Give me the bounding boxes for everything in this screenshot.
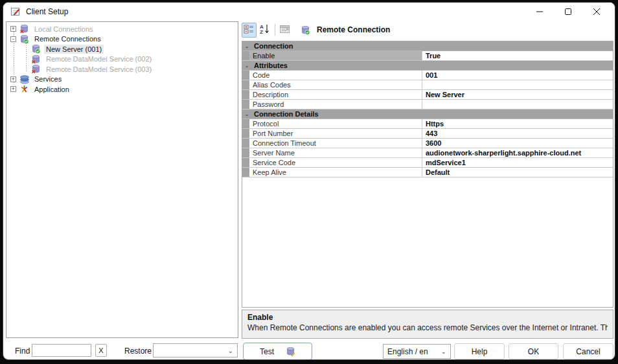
category-row-connection[interactable]: ⌄Connection (242, 41, 613, 51)
app-icon (10, 6, 21, 17)
description-title: Enable (247, 313, 608, 322)
titlebar: Client Setup (3, 3, 615, 21)
category-indent-strip (242, 51, 249, 60)
svg-text:Z: Z (260, 29, 263, 34)
cancel-button[interactable]: Cancel (563, 343, 613, 359)
restore-label: Restore (124, 347, 152, 356)
category-name: Connection Details (251, 110, 319, 118)
tree-item-remote-datamodel-service-002[interactable]: Remote DataModel Service (002) (6, 54, 238, 65)
client-setup-window: Client Setup +Local Connections-Remote C… (3, 2, 615, 360)
tree-item-remote-connections[interactable]: -Remote Connections (6, 34, 238, 45)
property-label[interactable]: Service Code (249, 158, 422, 167)
property-row-password[interactable]: Password (242, 100, 613, 109)
property-label[interactable]: Connection Timeout (249, 139, 422, 148)
tree-item-label: Application (32, 85, 71, 94)
selected-object-name: Remote Connection (317, 25, 390, 34)
property-value[interactable]: 3600 (422, 139, 613, 148)
maximize-button[interactable] (554, 3, 582, 21)
property-label[interactable]: Code (249, 71, 422, 80)
property-row-enable[interactable]: EnableTrue (242, 51, 613, 61)
sort-alphabetical-button[interactable]: AZ (257, 23, 272, 38)
category-indent-strip (242, 158, 249, 167)
tree-item-local-connections[interactable]: +Local Connections (6, 24, 238, 34)
find-input[interactable] (32, 344, 91, 357)
property-label[interactable]: Server Name (249, 148, 422, 157)
expand-icon[interactable]: + (10, 26, 16, 32)
property-grid: ⌄ConnectionEnableTrue⌄AttributesCode001A… (242, 41, 613, 308)
property-row-description[interactable]: DescriptionNew Server (242, 90, 613, 100)
categorized-icon (244, 24, 255, 36)
restore-dropdown[interactable]: ⌄ (153, 343, 238, 358)
category-row-attributes[interactable]: ⌄Attributes (242, 61, 613, 71)
expand-icon[interactable]: + (10, 86, 16, 92)
expand-icon[interactable]: + (10, 76, 16, 82)
tree-item-remote-datamodel-service-003[interactable]: Remote DataModel Service (003) (6, 64, 238, 74)
remote-connection-icon (301, 25, 310, 35)
property-value[interactable]: New Server (422, 90, 613, 99)
tree-item-label: Remote DataModel Service (003) (44, 65, 154, 74)
property-grid-toolbar: AZ Remote Connection (242, 21, 613, 39)
property-row-protocol[interactable]: ProtocolHttps (242, 119, 613, 129)
tree-item-label: New Server (001) (44, 45, 104, 54)
property-row-service-code[interactable]: Service CodemdService1 (242, 158, 613, 168)
close-button[interactable] (582, 3, 611, 21)
property-label[interactable]: Protocol (249, 119, 422, 128)
collapse-category-icon[interactable]: ⌄ (242, 110, 251, 119)
minimize-button[interactable] (525, 3, 554, 21)
language-value: English / en (387, 347, 428, 356)
property-value[interactable]: mdService1 (422, 158, 613, 167)
az-sort-icon: AZ (259, 24, 270, 36)
property-label[interactable]: Port Number (249, 129, 422, 138)
property-label[interactable]: Alias Codes (249, 80, 422, 89)
category-indent-strip (242, 90, 249, 99)
property-row-connection-timeout[interactable]: Connection Timeout3600 (242, 139, 613, 148)
property-value[interactable] (422, 80, 613, 89)
category-indent-strip (242, 80, 249, 89)
property-row-alias-codes[interactable]: Alias Codes (242, 80, 613, 90)
application-icon (19, 84, 29, 94)
property-label[interactable]: Password (249, 100, 422, 109)
database-error-icon (31, 54, 41, 64)
property-pages-button[interactable] (277, 23, 292, 38)
tree-item-services[interactable]: +Services (6, 74, 238, 85)
tree-item-new-server-001[interactable]: New Server (001) (6, 44, 238, 54)
collapse-category-icon[interactable]: ⌄ (242, 42, 251, 51)
clear-find-button[interactable]: X (95, 344, 107, 357)
category-name: Connection (251, 42, 293, 50)
tree-item-label: Services (32, 74, 63, 84)
property-label[interactable]: Keep Alive (249, 168, 422, 177)
test-button-label: Test (260, 347, 274, 356)
language-dropdown[interactable]: English / en ⌄ (383, 344, 451, 359)
description-text: When Remote Connections are enabled you … (247, 323, 608, 332)
chevron-down-icon: ⌄ (441, 348, 446, 355)
property-row-keep-alive[interactable]: Keep AliveDefault (242, 168, 613, 177)
property-value[interactable]: Default (422, 168, 613, 177)
property-row-server-name[interactable]: Server Nameaudionetwork-sharperlight.sap… (242, 148, 613, 158)
tree-item-label: Remote Connections (32, 34, 103, 43)
database-pencil-icon (286, 347, 295, 356)
property-pages-icon (279, 24, 290, 36)
property-value[interactable]: 443 (422, 129, 613, 138)
collapse-category-icon[interactable]: ⌄ (242, 62, 251, 70)
property-value[interactable]: Https (422, 119, 613, 128)
property-label[interactable]: Description (249, 90, 422, 99)
category-row-connection-details[interactable]: ⌄Connection Details (242, 109, 613, 119)
database-error-icon (31, 64, 41, 74)
category-name: Attributes (251, 62, 288, 69)
help-button[interactable]: Help (454, 343, 505, 359)
ok-button[interactable]: OK (509, 343, 558, 359)
property-value[interactable]: 001 (422, 71, 613, 80)
property-label[interactable]: Enable (249, 51, 422, 60)
property-row-port-number[interactable]: Port Number443 (242, 129, 613, 139)
property-value[interactable]: audionetwork-sharperlight.sapphire-cloud… (422, 148, 613, 157)
category-indent-strip (242, 168, 249, 177)
property-value[interactable]: True (422, 51, 613, 60)
connections-tree: +Local Connections-Remote ConnectionsNew… (6, 21, 238, 338)
tree-item-application[interactable]: +Application (6, 84, 238, 95)
property-row-code[interactable]: Code001 (242, 71, 613, 80)
test-button[interactable]: Test (243, 343, 312, 360)
collapse-icon[interactable]: - (10, 36, 16, 42)
categorized-button[interactable] (242, 23, 257, 38)
property-value[interactable] (422, 100, 613, 109)
category-indent-strip (242, 71, 249, 80)
